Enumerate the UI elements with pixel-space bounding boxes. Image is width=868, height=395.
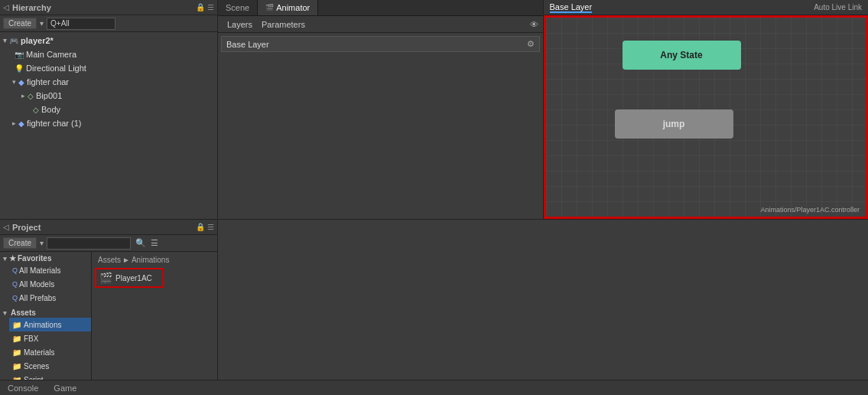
project-header-icons: 🔒 ☰ bbox=[196, 223, 214, 231]
animator-layers-panel: Scene 🎬 Animator Layers Parameters 👁 Bas… bbox=[218, 0, 544, 219]
layers-button[interactable]: Layers bbox=[223, 19, 257, 30]
materials-label: Materials bbox=[24, 348, 55, 357]
fbx-folder-icon: 📁 bbox=[12, 335, 21, 343]
project-panel: ◁ Project 🔒 ☰ Create ▾ 🔍 ☰ ▾ ★ bbox=[0, 220, 218, 380]
auto-live-link-button[interactable]: Auto Live Link bbox=[814, 3, 862, 11]
project-create-button[interactable]: Create bbox=[3, 237, 37, 249]
scene-tab[interactable]: Scene bbox=[218, 0, 258, 15]
bottom-right-content bbox=[218, 220, 868, 380]
all-prefabs-label: All Prefabs bbox=[19, 294, 56, 302]
project-lock-icon[interactable]: 🔒 bbox=[196, 223, 205, 231]
animations-folder-icon: 📁 bbox=[12, 321, 21, 329]
bc-sep-1: ► bbox=[122, 256, 130, 264]
project-item-all-materials[interactable]: Q All Materials bbox=[9, 263, 91, 277]
hierarchy-search-input[interactable] bbox=[47, 18, 115, 30]
create-dropdown-icon[interactable]: ▾ bbox=[40, 19, 44, 28]
project-filter-icon[interactable]: ☰ bbox=[151, 238, 158, 248]
breadcrumb-animations[interactable]: Animations bbox=[132, 256, 169, 264]
breadcrumb: Assets ► Animations bbox=[95, 255, 214, 265]
hierarchy-root[interactable]: ▾ 🎮 player2* bbox=[0, 34, 217, 47]
dir-light-label: Directional Light bbox=[26, 64, 86, 73]
project-item-materials[interactable]: 📁 Materials bbox=[9, 345, 91, 359]
parameters-button[interactable]: Parameters bbox=[257, 19, 310, 30]
project-title: Project bbox=[12, 223, 41, 232]
bottom-bar: Console Game bbox=[0, 380, 868, 395]
hierarchy-item-body[interactable]: ◇ Body bbox=[28, 103, 217, 116]
hierarchy-menu-icon[interactable]: ☰ bbox=[207, 3, 214, 11]
project-item-scenes[interactable]: 📁 Scenes bbox=[9, 359, 91, 373]
all-materials-icon: Q bbox=[12, 266, 18, 274]
asset-player1ac[interactable]: 🎬 Player1AC bbox=[95, 268, 164, 288]
animations-label: Animations bbox=[24, 321, 61, 329]
node-jump[interactable]: jump bbox=[615, 109, 733, 139]
hierarchy-item-fighter-char[interactable]: ▾ ◆ fighter char bbox=[9, 75, 217, 89]
project-item-fbx[interactable]: 📁 FBX bbox=[9, 331, 91, 345]
project-item-all-prefabs[interactable]: Q All Prefabs bbox=[9, 291, 91, 305]
hierarchy-item-bip001[interactable]: ▸ ◇ Bip001 bbox=[18, 89, 217, 103]
bottom-right-panel bbox=[218, 220, 868, 380]
hierarchy-lock-icon[interactable]: 🔒 bbox=[196, 3, 205, 11]
game-tab-label: Game bbox=[54, 384, 76, 393]
favorites-expand-icon[interactable]: ▾ bbox=[3, 255, 7, 263]
fbx-label: FBX bbox=[24, 335, 38, 343]
animator-tab-label: Animator bbox=[276, 3, 310, 12]
project-item-all-models[interactable]: Q All Models bbox=[9, 277, 91, 291]
camera-icon: 📷 bbox=[15, 51, 24, 59]
hierarchy-header-icons: 🔒 ☰ bbox=[196, 3, 214, 11]
fighter-char-expand-icon: ▾ bbox=[12, 78, 16, 86]
project-item-script[interactable]: 📁 Script bbox=[9, 373, 91, 380]
bip001-expand-icon: ▸ bbox=[21, 92, 25, 100]
tab-game[interactable]: Game bbox=[46, 380, 84, 395]
animator-graph-panel: Base Layer Auto Live Link Any State jump… bbox=[544, 0, 869, 219]
base-layer-gear-icon[interactable]: ⚙ bbox=[527, 39, 535, 49]
main-camera-label: Main Camera bbox=[26, 50, 76, 59]
graph-tab-base-layer[interactable]: Base Layer bbox=[550, 2, 593, 13]
animator-layers-toolbar: Layers Parameters 👁 bbox=[218, 16, 543, 33]
fighter-char-1-label: fighter char (1) bbox=[27, 119, 82, 128]
hierarchy-title: Hierarchy bbox=[12, 3, 51, 12]
hierarchy-content: ▾ 🎮 player2* 📷 Main Camera 💡 Directional… bbox=[0, 32, 217, 219]
light-icon: 💡 bbox=[15, 64, 24, 73]
project-create-dropdown-icon[interactable]: ▾ bbox=[40, 239, 44, 247]
hierarchy-create-button[interactable]: Create bbox=[3, 18, 37, 29]
base-layer-row[interactable]: Base Layer ⚙ bbox=[221, 36, 540, 52]
hierarchy-item-main-camera[interactable]: 📷 Main Camera bbox=[9, 47, 217, 61]
all-materials-label: All Materials bbox=[19, 266, 60, 275]
all-prefabs-icon: Q bbox=[12, 294, 18, 302]
animator-tab[interactable]: 🎬 Animator bbox=[258, 0, 318, 15]
animator-tab-bar: Scene 🎬 Animator bbox=[218, 0, 543, 16]
hierarchy-panel: ◁ Hierarchy 🔒 ☰ Create ▾ ▾ 🎮 player2* bbox=[0, 0, 218, 219]
project-tree: ▾ ★ Favorites Q All Materials Q All Mode… bbox=[0, 252, 92, 380]
fighter-char-1-expand-icon: ▸ bbox=[12, 119, 16, 127]
body-icon: ◇ bbox=[33, 106, 39, 114]
materials-folder-icon: 📁 bbox=[12, 348, 21, 357]
body-label: Body bbox=[41, 105, 60, 114]
project-search-input[interactable] bbox=[47, 237, 131, 250]
hierarchy-item-fighter-char-1[interactable]: ▸ ◆ fighter char (1) bbox=[9, 116, 217, 130]
project-search-icon[interactable]: 🔍 bbox=[135, 238, 146, 248]
animator-layers-content: Base Layer ⚙ bbox=[218, 33, 543, 219]
all-models-icon: Q bbox=[12, 280, 18, 288]
all-models-label: All Models bbox=[19, 280, 54, 289]
fighter-char-1-icon: ◆ bbox=[18, 119, 24, 128]
fighter-char-label: fighter char bbox=[27, 77, 69, 87]
project-menu-icon[interactable]: ☰ bbox=[207, 223, 214, 231]
base-layer-label: Base Layer bbox=[226, 40, 269, 49]
favorites-label: Favorites bbox=[18, 254, 51, 263]
project-item-animations[interactable]: 📁 Animations bbox=[9, 318, 91, 331]
scenes-folder-icon: 📁 bbox=[12, 362, 21, 371]
breadcrumb-assets[interactable]: Assets bbox=[98, 256, 121, 264]
graph-footer-text: Animations/Player1AC.controller bbox=[760, 206, 860, 214]
hierarchy-item-dir-light[interactable]: 💡 Directional Light bbox=[9, 61, 217, 75]
animator-eye-icon[interactable]: 👁 bbox=[530, 20, 538, 29]
assets-header: ▾ Assets bbox=[0, 308, 91, 318]
console-tab-label: Console bbox=[8, 384, 38, 393]
animator-graph-canvas[interactable]: Any State jump run stand Entry bbox=[544, 15, 869, 219]
node-any-state[interactable]: Any State bbox=[623, 41, 741, 70]
assets-expand-icon[interactable]: ▾ bbox=[3, 309, 7, 317]
hierarchy-header: ◁ Hierarchy 🔒 ☰ bbox=[0, 0, 217, 15]
project-content: ▾ ★ Favorites Q All Materials Q All Mode… bbox=[0, 252, 217, 380]
player1ac-label: Player1AC bbox=[115, 274, 152, 282]
tab-console[interactable]: Console bbox=[0, 380, 46, 395]
scenes-label: Scenes bbox=[24, 362, 49, 371]
